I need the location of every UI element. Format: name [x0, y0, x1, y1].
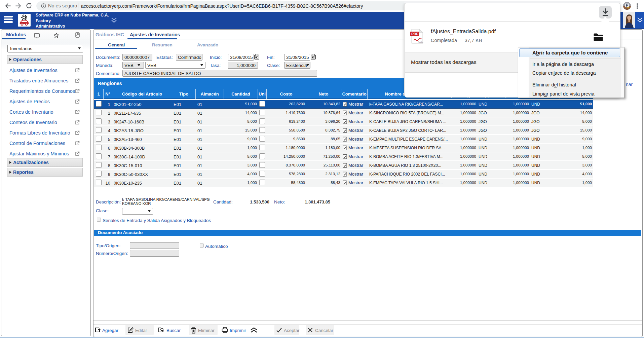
svg-text:Adobe: Adobe: [418, 41, 423, 43]
svg-text:F: F: [626, 4, 628, 7]
svg-text:PDF: PDF: [411, 32, 419, 36]
